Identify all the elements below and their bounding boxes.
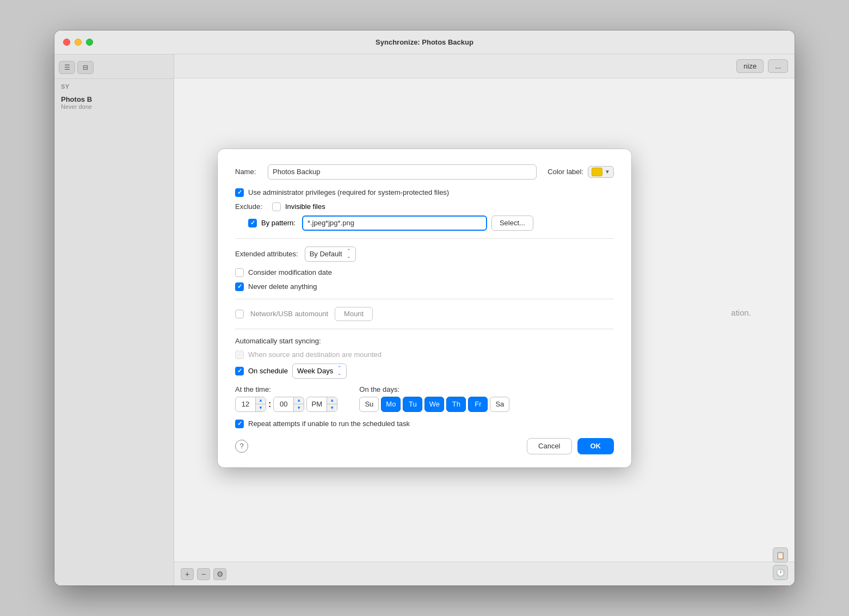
help-button[interactable]: ? (235, 440, 248, 453)
exclude-section: Exclude: Invisible files By pattern: Sel… (235, 202, 614, 231)
day-button-mo[interactable]: Mo (381, 397, 401, 412)
at-the-time-label: At the time: (235, 385, 337, 393)
network-usb-checkbox[interactable] (235, 310, 244, 318)
network-usb-label: Network/USB automount (250, 310, 328, 318)
auto-sync-label: Automatically start syncing: (235, 337, 614, 345)
divider-3 (235, 329, 614, 329)
by-pattern-checkbox[interactable] (248, 219, 257, 227)
consider-mod-date-row: Consider modification date (235, 268, 614, 277)
repeat-attempts-checkbox[interactable] (235, 420, 244, 428)
never-delete-label: Never delete anything (248, 282, 317, 291)
action-buttons: Cancel OK (527, 438, 614, 454)
days-buttons: SuMoTuWeThFrSa (359, 397, 509, 412)
by-pattern-row: By pattern: Select... (248, 215, 614, 231)
on-the-days-label: On the days: (359, 385, 509, 393)
minute-value: 00 (274, 400, 293, 408)
name-input[interactable] (268, 164, 537, 180)
color-label-text: Color label: (547, 168, 583, 176)
time-inputs: 12 ▲ ▼ : 00 ▲ ▼ (235, 397, 337, 412)
ampm-up[interactable]: ▲ (327, 397, 337, 405)
invisible-files-label: Invisible files (285, 202, 325, 211)
divider-1 (235, 238, 614, 239)
color-dropdown[interactable]: ▼ (588, 166, 614, 178)
hour-up[interactable]: ▲ (256, 397, 266, 405)
consider-mod-date-label: Consider modification date (248, 268, 332, 276)
by-pattern-label: By pattern: (261, 219, 296, 227)
days-section: On the days: SuMoTuWeThFrSa (359, 385, 509, 412)
when-mounted-checkbox[interactable] (235, 350, 244, 359)
ampm-stepper[interactable]: PM ▲ ▼ (306, 397, 337, 412)
repeat-attempts-label: Repeat attempts if unable to run the sch… (248, 420, 410, 428)
extended-attr-value: By Default (310, 250, 342, 258)
color-swatch (592, 168, 602, 176)
name-row: Name: Color label: ▼ (235, 164, 614, 180)
day-button-fr[interactable]: Fr (468, 397, 488, 412)
extended-attr-dropdown[interactable]: By Default (305, 247, 356, 262)
hour-value: 12 (236, 400, 255, 408)
schedule-chevron-icon (337, 366, 342, 376)
consider-mod-date-checkbox[interactable] (235, 268, 244, 277)
chevron-updown-icon (347, 249, 351, 259)
modal-overlay: Name: Color label: ▼ Use administrator p… (54, 30, 795, 586)
schedule-row: On schedule Week Days (235, 364, 614, 379)
ok-button[interactable]: OK (577, 438, 614, 454)
admin-priv-row: Use administrator privileges (required f… (235, 188, 614, 197)
day-button-tu[interactable]: Tu (403, 397, 422, 412)
modal-bottom: ? Cancel OK (235, 438, 614, 454)
minute-down[interactable]: ▼ (294, 404, 304, 411)
admin-priv-checkbox[interactable] (235, 188, 244, 197)
when-mounted-row: When source and destination are mounted (235, 350, 614, 359)
exclude-row: Exclude: Invisible files (235, 202, 614, 211)
modal-dialog: Name: Color label: ▼ Use administrator p… (218, 149, 631, 467)
hour-arrows: ▲ ▼ (255, 397, 266, 411)
on-schedule-label: On schedule (248, 367, 288, 375)
on-schedule-checkbox[interactable] (235, 367, 244, 375)
day-button-th[interactable]: Th (446, 397, 466, 412)
select-button[interactable]: Select... (491, 215, 533, 231)
admin-priv-label: Use administrator privileges (required f… (248, 188, 449, 196)
never-delete-checkbox[interactable] (235, 282, 244, 291)
week-days-dropdown[interactable]: Week Days (292, 364, 347, 379)
time-section: At the time: 12 ▲ ▼ : (235, 385, 337, 412)
cancel-button[interactable]: Cancel (527, 438, 571, 454)
minute-up[interactable]: ▲ (294, 397, 304, 405)
hour-down[interactable]: ▼ (256, 404, 266, 411)
repeat-attempts-row: Repeat attempts if unable to run the sch… (235, 420, 614, 428)
when-mounted-label: When source and destination are mounted (248, 350, 382, 359)
extended-attr-label: Extended attributes: (235, 250, 298, 258)
name-label: Name: (235, 168, 268, 176)
ampm-arrows: ▲ ▼ (327, 397, 337, 411)
time-days-row: At the time: 12 ▲ ▼ : (235, 385, 614, 412)
never-delete-row: Never delete anything (235, 282, 614, 291)
day-button-sa[interactable]: Sa (490, 397, 509, 412)
extended-attr-row: Extended attributes: By Default (235, 247, 614, 262)
ampm-down[interactable]: ▼ (327, 404, 337, 411)
mount-button[interactable]: Mount (335, 307, 373, 321)
color-label-area: Color label: ▼ (547, 166, 614, 178)
hour-stepper[interactable]: 12 ▲ ▼ (235, 397, 266, 412)
week-days-value: Week Days (297, 367, 333, 375)
window: Synchronize: Photos Backup ☰ ⊟ Sy Photos… (54, 30, 795, 586)
mount-section: Network/USB automount Mount (235, 307, 614, 321)
divider-2 (235, 299, 614, 299)
chevron-down-icon: ▼ (605, 169, 610, 175)
exclude-label: Exclude: (235, 202, 268, 211)
minute-arrows: ▲ ▼ (293, 397, 304, 411)
day-button-we[interactable]: We (424, 397, 444, 412)
day-button-su[interactable]: Su (359, 397, 379, 412)
ampm-value: PM (307, 400, 327, 408)
invisible-files-checkbox[interactable] (272, 202, 281, 211)
time-separator: : (268, 399, 271, 409)
minute-stepper[interactable]: 00 ▲ ▼ (273, 397, 304, 412)
pattern-input[interactable] (302, 215, 487, 231)
